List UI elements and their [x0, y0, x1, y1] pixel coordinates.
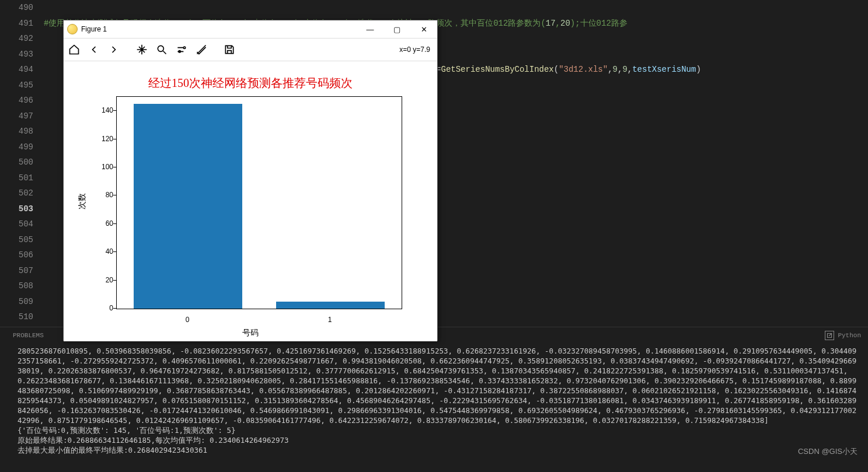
figure-canvas[interactable]: 经过150次神经网络预测各推荐号码频次 次数 号码 02040608010012… [64, 61, 437, 341]
figure-window[interactable]: Figure 1 — ▢ ✕ x=0 y=7.9 经过150次神经网络预测各推荐… [63, 20, 438, 341]
xtick-label: 0 [179, 316, 196, 324]
edit-icon[interactable] [193, 41, 210, 58]
cursor-coordinates: x=0 y=7.9 [399, 46, 430, 54]
configure-icon[interactable] [173, 41, 190, 58]
matplotlib-icon [67, 24, 78, 34]
plot-area [116, 96, 402, 309]
save-icon[interactable] [221, 41, 238, 58]
bar-1 [276, 302, 384, 309]
language-label: Python [838, 332, 861, 339]
y-axis-label: 次数 [77, 193, 88, 209]
zoom-icon[interactable] [154, 41, 170, 58]
bar-0 [134, 104, 242, 309]
home-icon[interactable] [66, 41, 82, 58]
ytick-label: 0 [96, 304, 113, 312]
figure-toolbar: x=0 y=7.9 [64, 39, 437, 61]
svg-point-0 [158, 46, 163, 51]
back-icon[interactable] [86, 41, 102, 58]
tab-problems[interactable]: PROBLEMS [7, 332, 50, 339]
ytick-label: 100 [96, 163, 113, 171]
ytick-label: 20 [96, 276, 113, 284]
chart-title: 经过150次神经网络预测各推荐号码频次 [64, 75, 437, 91]
maximize-button[interactable]: ▢ [384, 20, 410, 38]
launch-icon[interactable] [825, 331, 834, 340]
xtick-label: 1 [321, 316, 339, 324]
terminal-output[interactable]: 2805236876010895, 0.503968358039856, -0.… [0, 344, 868, 465]
figure-title: Figure 1 [81, 25, 357, 33]
close-button[interactable]: ✕ [410, 20, 437, 38]
ytick-label: 40 [96, 247, 113, 256]
svg-point-1 [183, 47, 185, 48]
forward-icon[interactable] [106, 41, 122, 58]
minimize-button[interactable]: — [357, 20, 384, 38]
pan-icon[interactable] [134, 41, 150, 58]
ytick-label: 140 [96, 106, 113, 114]
watermark: CSDN @GIS小天 [798, 446, 857, 457]
ytick-label: 80 [96, 191, 113, 199]
x-axis-label: 号码 [64, 328, 437, 338]
ytick-label: 60 [96, 219, 113, 228]
line-number-gutter: 4904914924934944954964974984995005015025… [0, 0, 44, 327]
figure-titlebar[interactable]: Figure 1 — ▢ ✕ [64, 20, 437, 39]
ytick-label: 120 [96, 135, 113, 143]
